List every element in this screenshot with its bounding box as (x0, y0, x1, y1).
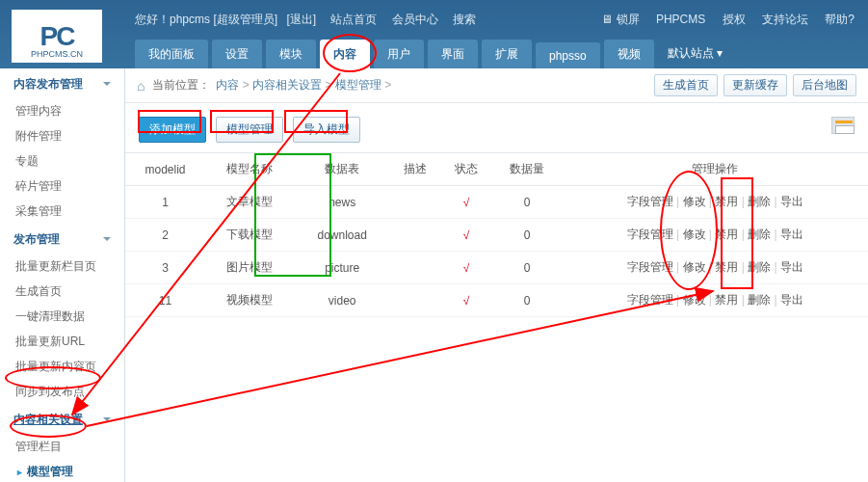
help-link[interactable]: 帮助? (825, 13, 855, 26)
sidebar-item[interactable]: 批量更新内容页 (0, 354, 124, 379)
meta-link[interactable]: 搜索 (453, 13, 476, 26)
nav-tab[interactable]: 设置 (212, 40, 262, 68)
op-link[interactable]: 修改 (683, 195, 706, 208)
forum-link[interactable]: 支持论坛 (762, 13, 808, 26)
sidebar-item[interactable]: 同步到发布点 (0, 379, 124, 404)
nav-tab[interactable]: 扩展 (482, 40, 532, 68)
logo[interactable]: PC PHPCMS.CN (12, 10, 102, 63)
op-link[interactable]: 禁用 (715, 195, 738, 208)
sidebar-item[interactable]: 管理栏目 (0, 434, 124, 459)
nav-tab[interactable]: 界面 (428, 40, 478, 68)
col-header: 管理操作 (563, 153, 868, 186)
role-badge: [超级管理员] (213, 13, 277, 26)
toolbar-button[interactable]: 导入模型 (293, 117, 360, 143)
grant-link[interactable]: 授权 (723, 13, 746, 26)
op-link[interactable]: 禁用 (715, 228, 738, 241)
op-link[interactable]: 删除 (748, 195, 771, 208)
sidebar-group-header[interactable]: 发布管理 (0, 224, 124, 254)
op-link[interactable]: 禁用 (715, 293, 738, 307)
toolbar-button[interactable]: 模型管理 (216, 117, 283, 143)
logo-text: PC (40, 23, 74, 50)
meta-link[interactable]: 会员中心 (392, 13, 438, 26)
crumb-label: 当前位置： (152, 77, 210, 94)
op-link[interactable]: 删除 (748, 293, 771, 307)
op-link[interactable]: 禁用 (715, 260, 738, 274)
col-header: modelid (125, 153, 205, 186)
username: phpcms (170, 13, 210, 26)
nav-tab[interactable]: 用户 (374, 40, 424, 68)
ops-cell: 字段管理 | 修改 | 禁用 | 删除 | 导出 (563, 284, 868, 317)
crumb-link[interactable]: 内容 (216, 78, 239, 92)
op-link[interactable]: 导出 (780, 195, 803, 208)
col-header: 描述 (389, 153, 440, 186)
refresh-cache-button[interactable]: 更新缓存 (723, 74, 787, 96)
logo-subtext: PHPCMS.CN (31, 50, 83, 59)
user-meta: 您好！phpcms [超级管理员] [退出] 站点首页 会员中心 搜索 (135, 12, 482, 28)
gen-home-button[interactable]: 生成首页 (654, 74, 718, 96)
op-link[interactable]: 删除 (748, 228, 771, 241)
home-icon[interactable] (137, 78, 146, 94)
toolbar: 添加模型模型管理导入模型 (125, 103, 868, 152)
sidebar-item[interactable]: 管理内容 (0, 98, 124, 123)
toolbar-button[interactable]: 添加模型 (139, 117, 206, 143)
nav-tab[interactable]: phpsso (536, 42, 600, 68)
status-cell: √ (441, 284, 492, 317)
sidebar-item[interactable]: 生成首页 (0, 279, 124, 304)
lock-screen-link[interactable]: 锁屏 (601, 13, 640, 26)
table-row: 1文章模型news√0字段管理 | 修改 | 禁用 | 删除 | 导出 (125, 186, 868, 219)
sidebar-item[interactable]: 批量更新栏目页 (0, 254, 124, 279)
sidebar-group-header[interactable]: 内容相关设置 (0, 404, 124, 434)
meta-link[interactable]: 站点首页 (330, 13, 377, 26)
main-nav: 我的面板设置模块内容用户界面扩展phpsso视频默认站点 (135, 39, 732, 68)
op-link[interactable]: 字段管理 (627, 228, 673, 241)
col-header: 数据表 (295, 153, 390, 186)
logout-link[interactable]: [退出] (286, 13, 316, 26)
sidebar-item[interactable]: 附件管理 (0, 123, 124, 148)
sidebar-group-header[interactable]: 内容发布管理 (0, 68, 124, 98)
nav-tab[interactable]: 模块 (266, 40, 316, 68)
op-link[interactable]: 导出 (780, 293, 803, 307)
op-link[interactable]: 修改 (683, 260, 706, 274)
status-cell: √ (441, 252, 492, 284)
op-link[interactable]: 字段管理 (627, 260, 673, 274)
op-link[interactable]: 导出 (780, 228, 803, 241)
main-content: 当前位置： 内容 > 内容相关设置 > 模型管理 > 生成首页 更新缓存 后台地… (125, 68, 868, 482)
nav-tab[interactable]: 我的面板 (135, 40, 208, 68)
model-table: modelid模型名称数据表描述状态数据量管理操作 1文章模型news√0字段管… (125, 152, 868, 317)
grid-icon[interactable] (831, 117, 855, 134)
sitemap-button[interactable]: 后台地图 (793, 74, 856, 96)
status-cell: √ (441, 219, 492, 252)
op-link[interactable]: 字段管理 (627, 195, 673, 208)
op-link[interactable]: 修改 (683, 293, 706, 307)
ops-cell: 字段管理 | 修改 | 禁用 | 删除 | 导出 (563, 219, 868, 252)
sidebar-item[interactable]: 碎片管理 (0, 174, 124, 199)
sidebar-item[interactable]: 一键清理数据 (0, 304, 124, 329)
status-cell: √ (441, 186, 492, 219)
crumb-link[interactable]: 内容相关设置 (252, 78, 322, 92)
col-header: 数据量 (492, 153, 563, 186)
op-link[interactable]: 删除 (748, 260, 771, 274)
sidebar-item[interactable]: 专题 (0, 148, 124, 174)
ops-cell: 字段管理 | 修改 | 禁用 | 删除 | 导出 (563, 186, 868, 219)
header: PC PHPCMS.CN 您好！phpcms [超级管理员] [退出] 站点首页… (0, 0, 868, 68)
crumb-link[interactable]: 模型管理 (335, 78, 381, 92)
crumb-buttons: 生成首页 更新缓存 后台地图 (654, 74, 856, 96)
op-link[interactable]: 导出 (780, 260, 803, 274)
col-header: 模型名称 (205, 153, 295, 186)
breadcrumb: 当前位置： 内容 > 内容相关设置 > 模型管理 > 生成首页 更新缓存 后台地… (125, 68, 868, 103)
site-selector[interactable]: 默认站点 (658, 39, 732, 68)
table-row: 2下载模型download√0字段管理 | 修改 | 禁用 | 删除 | 导出 (125, 219, 868, 252)
nav-tab[interactable]: 内容 (320, 40, 370, 68)
op-link[interactable]: 修改 (683, 228, 706, 241)
brand-link[interactable]: PHPCMS (656, 13, 705, 26)
header-tools: 锁屏 PHPCMS 授权 支持论坛 帮助? (588, 12, 855, 28)
sidebar-item[interactable]: 采集管理 (0, 199, 124, 224)
op-link[interactable]: 字段管理 (627, 293, 673, 307)
sidebar-item[interactable]: 模型管理 (0, 459, 124, 482)
nav-tab[interactable]: 视频 (604, 40, 654, 68)
ops-cell: 字段管理 | 修改 | 禁用 | 删除 | 导出 (563, 252, 868, 284)
table-row: 3图片模型picture√0字段管理 | 修改 | 禁用 | 删除 | 导出 (125, 252, 868, 284)
sidebar-item[interactable]: 批量更新URL (0, 329, 124, 354)
table-row: 11视频模型video√0字段管理 | 修改 | 禁用 | 删除 | 导出 (125, 284, 868, 317)
col-header: 状态 (441, 153, 492, 186)
